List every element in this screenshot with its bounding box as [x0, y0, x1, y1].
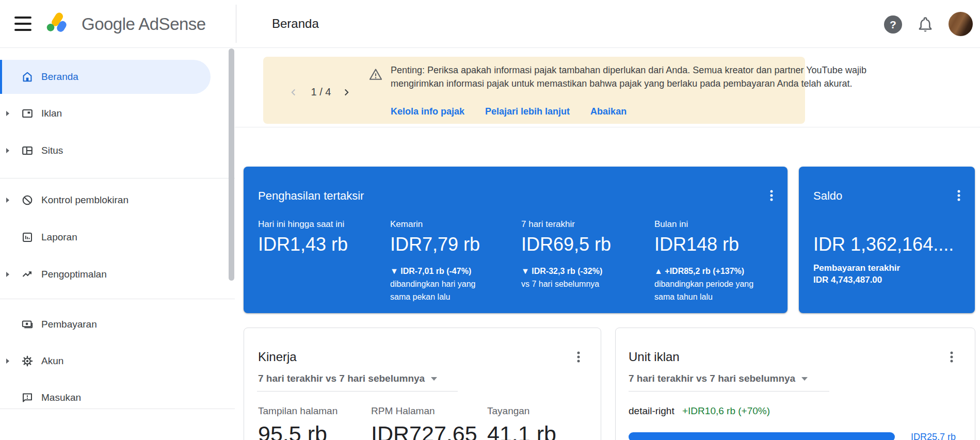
- sidebar-item-pembayaran[interactable]: Pembayaran: [0, 307, 235, 341]
- adsense-home-page: Google AdSense Beranda ? Beranda Iklan: [0, 0, 980, 440]
- expand-arrow-icon: [6, 148, 9, 153]
- more-options-icon[interactable]: [572, 350, 585, 364]
- ad-unit-bar: [629, 432, 895, 440]
- earnings-col-last7: 7 hari terakhir IDR69,5 rb ▼ IDR-32,3 rb…: [521, 167, 651, 313]
- ad-unit-bar-value: IDR25,7 rb: [911, 432, 956, 440]
- product-name: Google AdSense: [82, 14, 206, 34]
- adsense-logo-icon: [44, 11, 68, 37]
- ad-unit-name: detail-right: [629, 405, 674, 416]
- card-title: Unit iklan: [629, 350, 680, 364]
- expand-arrow-icon: [6, 272, 9, 277]
- sites-icon: [21, 144, 34, 157]
- warning-triangle-icon: [368, 68, 383, 84]
- learn-more-button[interactable]: Pelajari lebih lanjut: [485, 106, 570, 117]
- metric-value: IDR7,79 rb: [390, 234, 480, 255]
- chevron-down-icon: [431, 377, 437, 381]
- metric-value: IDR69,5 rb: [521, 234, 611, 255]
- sidebar-item-situs[interactable]: Situs: [0, 134, 235, 168]
- banner-message-line2: mengirimkan informasi pajak untuk memast…: [391, 77, 853, 90]
- manage-tax-info-button[interactable]: Kelola info pajak: [391, 106, 464, 117]
- gear-icon: [21, 355, 34, 367]
- sidebar-divider: [0, 299, 235, 299]
- balance-value: IDR 1,362,164....: [813, 234, 968, 255]
- sidebar-divider: [0, 178, 235, 178]
- sidebar-item-label: Iklan: [41, 108, 62, 119]
- sidebar-item-pengoptimalan[interactable]: Pengoptimalan: [0, 257, 235, 291]
- ad-units-card: Unit iklan 7 hari terakhir vs 7 hari seb…: [615, 328, 975, 440]
- content-divider: [235, 127, 980, 127]
- sidebar-item-label: Masukan: [41, 392, 81, 403]
- date-range-dropdown[interactable]: 7 hari terakhir vs 7 hari sebelumnya: [629, 373, 808, 384]
- last-payment-label: Pembayaran terakhir: [813, 263, 900, 273]
- banner-prev-icon[interactable]: [288, 87, 299, 98]
- dismiss-button[interactable]: Abaikan: [590, 106, 626, 117]
- earnings-col-today: Hari ini hingga saat ini IDR1,43 rb: [258, 167, 387, 313]
- sidebar: Beranda Iklan Situs Kontrol pemblokiran: [0, 47, 235, 440]
- sidebar-item-label: Pengoptimalan: [41, 269, 107, 280]
- estimated-earnings-card: Penghasilan tertaksir Hari ini hingga sa…: [244, 167, 788, 313]
- earnings-col-month: Bulan ini IDR148 rb ▲ +IDR85,2 rb (+137%…: [654, 167, 778, 313]
- sidebar-item-akun[interactable]: Akun: [0, 344, 235, 378]
- banner-message-line1: Penting: Periksa apakah informasi pajak …: [391, 63, 866, 77]
- metric-delta: ▼ IDR-32,3 rb (-32%): [521, 265, 602, 278]
- notifications-bell-icon[interactable]: [917, 15, 934, 34]
- dropdown-underline: [629, 391, 829, 392]
- metric-label: Tayangan: [487, 405, 529, 417]
- sidebar-item-label: Beranda: [41, 71, 78, 83]
- metric-note: dibandingkan periode yang: [654, 278, 753, 290]
- banner-actions: Kelola info pajak Pelajari lebih lanjut …: [391, 106, 626, 117]
- ad-unit-delta: +IDR10,6 rb (+70%): [682, 405, 770, 416]
- banner-next-icon[interactable]: [341, 87, 352, 98]
- hamburger-menu-icon[interactable]: [14, 17, 32, 31]
- ad-unit-row: detail-right +IDR10,6 rb (+70%): [629, 405, 770, 417]
- card-title: Kinerja: [258, 350, 297, 364]
- report-chart-icon: [21, 231, 34, 243]
- chevron-down-icon: [801, 377, 808, 381]
- top-bar: Google AdSense Beranda ?: [0, 0, 980, 48]
- topbar-divider: [236, 5, 236, 43]
- performance-card: Kinerja 7 hari terakhir vs 7 hari sebelu…: [244, 328, 601, 440]
- sidebar-item-kontrol-pemblokiran[interactable]: Kontrol pemblokiran: [0, 183, 235, 217]
- dropdown-underline: [257, 391, 458, 392]
- payments-icon: [21, 318, 34, 331]
- metric-note: sama pekan lalu: [390, 290, 451, 303]
- help-icon[interactable]: ?: [884, 15, 902, 34]
- sidebar-item-masukan[interactable]: Masukan: [0, 381, 235, 415]
- metric-label: Kemarin: [390, 219, 423, 230]
- sidebar-divider: [0, 409, 235, 409]
- banner-pagination: 1 / 4: [306, 86, 336, 98]
- home-icon: [21, 71, 34, 83]
- metric-value: 95,5 rb: [258, 421, 327, 440]
- metric-delta: ▲ +IDR85,2 rb (+137%): [654, 265, 744, 278]
- metric-value: IDR1,43 rb: [258, 234, 348, 255]
- sidebar-scrollbar[interactable]: [229, 48, 234, 281]
- date-range-dropdown[interactable]: 7 hari terakhir vs 7 hari sebelumnya: [258, 373, 437, 384]
- metric-delta: ▼ IDR-7,01 rb (-47%): [390, 265, 471, 278]
- card-title: Saldo: [813, 189, 842, 203]
- more-options-icon[interactable]: [945, 350, 958, 364]
- sidebar-item-laporan[interactable]: Laporan: [0, 220, 235, 254]
- metric-label: Tampilan halaman: [258, 405, 338, 417]
- earnings-col-yesterday: Kemarin IDR7,79 rb ▼ IDR-7,01 rb (-47%) …: [390, 167, 518, 313]
- sidebar-item-label: Laporan: [41, 232, 77, 243]
- ads-icon: [21, 107, 34, 120]
- sidebar-item-label: Akun: [41, 355, 63, 367]
- expand-arrow-icon: [6, 358, 9, 364]
- last-payment-value: IDR 4,743,487.00: [813, 275, 882, 285]
- sidebar-item-label: Kontrol pemblokiran: [41, 194, 128, 206]
- avatar[interactable]: [949, 12, 973, 36]
- metric-note: sama tahun lalu: [654, 290, 713, 303]
- metric-label: Bulan ini: [654, 219, 688, 230]
- sidebar-item-label: Pembayaran: [41, 319, 97, 330]
- block-icon: [21, 194, 34, 206]
- tax-warning-banner: 1 / 4 Penting: Periksa apakah informasi …: [263, 57, 805, 124]
- metric-note: dibandingkan hari yang: [390, 278, 475, 290]
- page-title: Beranda: [272, 17, 319, 31]
- sidebar-item-beranda[interactable]: Beranda: [0, 60, 211, 94]
- more-options-icon[interactable]: [952, 188, 966, 203]
- metric-label: RPM Halaman: [371, 405, 435, 417]
- metric-label: 7 hari terakhir: [521, 219, 575, 230]
- feedback-icon: [21, 392, 34, 404]
- metric-value: IDR148 rb: [654, 234, 739, 255]
- sidebar-item-iklan[interactable]: Iklan: [0, 96, 235, 131]
